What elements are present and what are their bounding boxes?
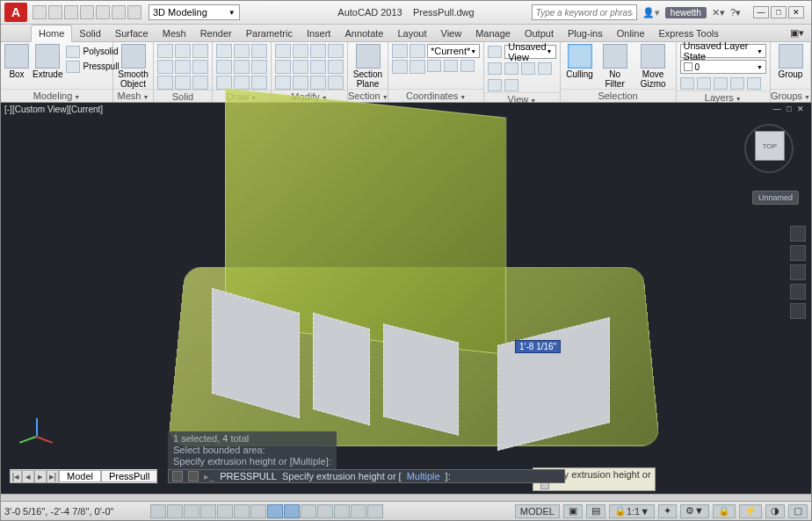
ucs-icon[interactable] xyxy=(392,60,408,74)
draw-icon[interactable] xyxy=(216,60,232,74)
qat-save-icon[interactable] xyxy=(64,5,78,19)
command-line[interactable]: ▸_ PRESSPULL Specify extrusion height or… xyxy=(168,469,565,483)
layer-icon[interactable] xyxy=(697,77,711,90)
ducs-toggle[interactable] xyxy=(267,504,283,518)
section-plane-button[interactable]: Section Plane xyxy=(352,44,384,89)
qat-open-icon[interactable] xyxy=(48,5,62,19)
presspull-button[interactable]: Presspull xyxy=(66,59,119,74)
panel-title-modeling[interactable]: Modeling▼ xyxy=(1,89,112,102)
nav-showmotion-icon[interactable] xyxy=(790,303,806,319)
draw-icon[interactable] xyxy=(251,44,267,58)
layer-state-dropdown[interactable]: Unsaved Layer State▼ xyxy=(680,44,766,58)
draw-icon[interactable] xyxy=(216,44,232,58)
box-button[interactable]: Box xyxy=(4,44,29,79)
horizontal-scrollbar[interactable] xyxy=(1,494,811,501)
culling-button[interactable]: Culling xyxy=(564,44,596,79)
help-search-input[interactable] xyxy=(532,4,637,20)
modify-icon[interactable] xyxy=(328,60,344,74)
nav-wheel-icon[interactable] xyxy=(790,226,806,242)
ucs-icon[interactable] xyxy=(427,60,441,72)
tab-online[interactable]: Online xyxy=(610,25,652,41)
panel-title-section[interactable]: Section▼ xyxy=(348,89,388,102)
tab-nav-first-icon[interactable]: |◂ xyxy=(10,470,22,483)
cmd-customize-icon[interactable] xyxy=(188,471,199,481)
group-button[interactable]: Group xyxy=(774,44,807,79)
tab-nav-prev-icon[interactable]: ◂ xyxy=(22,470,34,483)
viewcube-face[interactable]: TOP xyxy=(755,131,785,161)
hardware-accel-icon[interactable]: ⚡ xyxy=(739,504,762,518)
quickview-drawings-icon[interactable]: ▤ xyxy=(586,504,605,518)
ucs-icon[interactable] xyxy=(460,60,475,72)
qat-saveas-icon[interactable] xyxy=(80,5,94,19)
maximize-button[interactable]: □ xyxy=(771,6,787,18)
sedit-icon[interactable] xyxy=(192,44,208,58)
qat-redo-icon[interactable] xyxy=(127,5,141,19)
ucs-icon[interactable] xyxy=(444,60,458,72)
modify-icon[interactable] xyxy=(293,60,308,74)
draw-icon[interactable] xyxy=(251,60,267,74)
cmd-option[interactable]: Multiple xyxy=(407,471,440,481)
qat-undo-icon[interactable] xyxy=(112,5,126,19)
layer-dropdown[interactable]: 0▼ xyxy=(680,60,766,74)
ucs-icon[interactable] xyxy=(410,60,425,74)
lwt-toggle[interactable] xyxy=(301,504,316,518)
nav-zoom-icon[interactable] xyxy=(790,264,806,280)
tab-manage[interactable]: Manage xyxy=(468,25,518,41)
tab-nav-next-icon[interactable]: ▸ xyxy=(34,470,47,483)
tab-annotate[interactable]: Annotate xyxy=(337,25,390,41)
tab-insert[interactable]: Insert xyxy=(300,25,338,41)
tab-render[interactable]: Render xyxy=(193,25,239,41)
nav-pan-icon[interactable] xyxy=(790,245,806,261)
tab-parametric[interactable]: Parametric xyxy=(239,25,300,41)
ucs-icon[interactable] xyxy=(392,44,408,58)
ortho-toggle[interactable] xyxy=(184,504,199,518)
tab-solid[interactable]: Solid xyxy=(72,25,107,41)
view-icon[interactable] xyxy=(538,62,552,75)
sedit-icon[interactable] xyxy=(192,76,208,90)
modify-icon[interactable] xyxy=(310,44,326,58)
otrack-toggle[interactable] xyxy=(250,504,266,518)
qp-toggle[interactable] xyxy=(334,504,350,518)
modify-icon[interactable] xyxy=(293,76,308,90)
tab-express[interactable]: Express Tools xyxy=(652,25,726,41)
panel-title-coordinates[interactable]: Coordinates▼ xyxy=(388,89,483,102)
unsaved-view-dropdown[interactable]: Unsaved View▼ xyxy=(504,45,555,59)
tab-layout[interactable]: Layout xyxy=(390,25,433,41)
sedit-icon[interactable] xyxy=(157,76,173,90)
view-icon[interactable] xyxy=(504,62,518,75)
draw-icon[interactable] xyxy=(216,76,232,90)
3dosnap-toggle[interactable] xyxy=(234,504,250,518)
workspace-switch-icon[interactable]: ⚙▼ xyxy=(680,504,709,518)
panel-title-mesh[interactable]: Mesh▼ xyxy=(113,89,153,102)
nav-orbit-icon[interactable] xyxy=(790,284,806,300)
polar-toggle[interactable] xyxy=(200,504,216,518)
tab-view[interactable]: View xyxy=(434,25,469,41)
visual-style-chip[interactable]: Unnamed xyxy=(752,191,799,205)
view-icon[interactable] xyxy=(488,62,502,75)
draw-icon[interactable] xyxy=(251,76,267,90)
layout-tab-presspull[interactable]: PressPull xyxy=(101,470,157,482)
toolbar-lock-icon[interactable]: 🔒 xyxy=(713,504,736,518)
modify-icon[interactable] xyxy=(328,76,344,90)
no-filter-button[interactable]: No Filter xyxy=(599,44,631,89)
panel-title-layers[interactable]: Layers▼ xyxy=(677,90,770,104)
tab-nav-last-icon[interactable]: ▸| xyxy=(47,470,59,483)
coordinates-readout[interactable]: 3'-0 5/16", -2'-4 7/8", 0'-0" xyxy=(4,506,145,517)
draw-icon[interactable] xyxy=(234,76,250,90)
layer-icon[interactable] xyxy=(730,77,744,90)
view-icon[interactable] xyxy=(488,79,502,91)
help-icon[interactable]: ?▾ xyxy=(730,7,741,18)
close-button[interactable]: ✕ xyxy=(788,6,804,18)
modify-icon[interactable] xyxy=(275,60,291,74)
draw-icon[interactable] xyxy=(234,60,250,74)
qat-plot-icon[interactable] xyxy=(96,5,110,19)
extrude-button[interactable]: Extrude xyxy=(33,44,62,79)
ucs-icon[interactable] xyxy=(410,44,425,58)
drawing-viewport[interactable]: [-][Custom View][Current] ― □ ✕ 1'-8 1/1… xyxy=(1,103,811,494)
tab-home[interactable]: Home xyxy=(31,25,72,42)
signin-icon[interactable]: 👤▾ xyxy=(642,7,660,18)
grid-toggle[interactable] xyxy=(167,504,183,518)
annotation-visibility-icon[interactable]: ✦ xyxy=(658,504,677,518)
dynamic-input-field[interactable]: 1'-8 1/16" xyxy=(515,340,561,353)
view-icon[interactable] xyxy=(521,62,535,75)
